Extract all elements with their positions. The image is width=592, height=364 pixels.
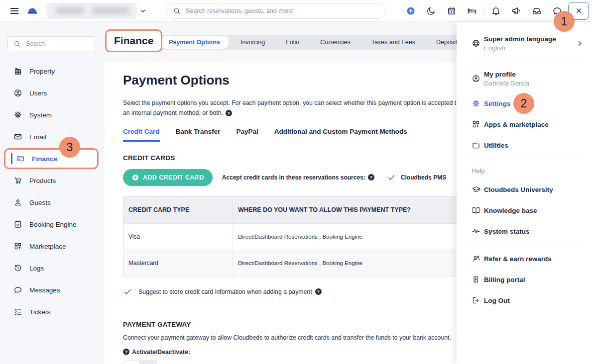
chevron-down-icon[interactable]	[139, 7, 146, 14]
tab-additional-methods[interactable]: Additional and Custom Payment Methods	[274, 128, 407, 142]
menu-item-utilities[interactable]: Utilities	[457, 135, 592, 156]
menu-item-my-profile[interactable]: My profile Gabriela Garcia	[457, 64, 592, 93]
gear-icon	[472, 99, 484, 108]
calendar-icon[interactable]	[441, 2, 462, 20]
receipt-icon	[472, 275, 484, 284]
credit-card-icon	[16, 154, 25, 163]
menu-item-refer-earn[interactable]: Refer & earn rewards	[457, 248, 592, 269]
sidebar-item-label: Guests	[29, 199, 51, 206]
sidebar-item-label: Email	[29, 133, 46, 141]
blurred-text	[55, 7, 84, 14]
help-icon[interactable]: ?	[368, 174, 374, 181]
menu-item-cloudbeds-university[interactable]: Cloudbeds University	[457, 179, 592, 200]
sidebar-item-products[interactable]: Products	[0, 170, 105, 191]
sidebar-item-system[interactable]: System	[0, 104, 105, 126]
column-header: CREDIT CARD TYPE	[123, 196, 233, 223]
help-icon[interactable]: ?	[123, 349, 129, 355]
menu-item-settings[interactable]: Settings	[457, 93, 592, 114]
search-icon	[173, 7, 181, 15]
sidebar-nav: Property Users System Email Finance Prod…	[0, 60, 105, 323]
check-icon	[387, 174, 396, 182]
top-bar	[0, 0, 592, 22]
menu-item-billing-portal[interactable]: Billing portal	[457, 269, 592, 290]
page-title: Finance	[105, 29, 162, 52]
sidebar-item-label: Tickets	[29, 308, 50, 316]
sidebar-item-guests[interactable]: Guests	[0, 191, 105, 213]
sidebar-item-finance[interactable]: Finance	[4, 149, 101, 169]
sidebar-item-label: Users	[29, 90, 47, 97]
sidebar-item-label: Marketplace	[29, 243, 66, 250]
toggle-on-segment[interactable]	[123, 360, 140, 364]
sidebar-item-property[interactable]: Property	[0, 60, 105, 82]
announcements-megaphone-icon[interactable]	[506, 2, 526, 20]
blurred-text	[92, 7, 130, 14]
menu-item-system-status[interactable]: System status	[457, 221, 592, 242]
sidebar-item-label: Finance	[32, 155, 57, 163]
sidebar-item-messages[interactable]: Messages	[0, 279, 105, 301]
globe-icon	[472, 39, 484, 48]
add-credit-card-button[interactable]: ADD CREDIT CARD	[123, 169, 213, 186]
menu-item-title: Refer & earn rewards	[484, 255, 552, 263]
menu-divider	[467, 159, 582, 159]
sidebar-item-tickets[interactable]: Tickets	[0, 301, 105, 323]
sidebar-search-input[interactable]	[25, 40, 89, 48]
sidebar-item-label: Booking Engine	[29, 221, 77, 228]
people-icon	[472, 254, 484, 263]
sidebar-item-marketplace[interactable]: Marketplace	[0, 235, 105, 257]
chat-support-icon[interactable]	[547, 2, 567, 20]
accept-sources-label: Accept credit cards in these reservation…	[222, 174, 374, 181]
menu-item-log-out[interactable]: Log Out	[457, 290, 592, 311]
hamburger-menu-icon[interactable]	[9, 5, 20, 16]
sidebar-item-email[interactable]: Email	[0, 126, 105, 148]
source-cloudbeds-pms[interactable]: Cloudbeds PMS	[387, 174, 446, 182]
settings-sidebar: Property Users System Email Finance Prod…	[0, 22, 105, 364]
tab-bank-transfer[interactable]: Bank Transfer	[176, 128, 221, 142]
tab-paypal[interactable]: PayPal	[237, 128, 258, 142]
menu-item-title: Super admin language	[484, 35, 556, 43]
tab-payment-options[interactable]: Payment Options	[160, 36, 229, 49]
menu-item-subtitle: Gabriela Garcia	[484, 80, 529, 87]
sidebar-item-users[interactable]: Users	[0, 82, 105, 104]
toggle-off-segment[interactable]	[140, 360, 157, 364]
room-bed-icon[interactable]	[462, 2, 482, 20]
tab-credit-card[interactable]: Credit Card	[123, 128, 160, 142]
menu-section-help: Help	[457, 162, 592, 179]
help-icon[interactable]: ?	[226, 110, 232, 116]
night-audit-moon-icon[interactable]	[421, 2, 441, 20]
user-circle-icon	[13, 89, 22, 97]
gear-icon	[13, 110, 22, 119]
menu-divider	[467, 61, 582, 61]
list-check-icon	[13, 307, 22, 316]
tab-folio[interactable]: Folio	[275, 35, 310, 50]
grid-plus-icon	[13, 242, 22, 251]
chat-bubble-icon	[13, 285, 22, 294]
cloudbeds-logo-icon[interactable]	[26, 5, 39, 17]
sidebar-item-label: Messages	[29, 286, 60, 294]
inbox-tray-icon[interactable]	[526, 2, 547, 20]
user-menu-panel: Super admin language English My profile …	[457, 22, 592, 364]
grid-plus-icon	[472, 120, 484, 129]
menu-item-title: System status	[484, 228, 530, 235]
menu-item-title: Log Out	[484, 297, 510, 304]
menu-item-apps-marketplace[interactable]: Apps & marketplace	[457, 114, 592, 135]
sidebar-item-logs[interactable]: Logs	[0, 257, 105, 279]
finance-tab-bar: Payment Options Invoicing Folio Currenci…	[157, 35, 473, 50]
tab-invoicing[interactable]: Invoicing	[230, 35, 275, 50]
notifications-bell-icon[interactable]	[485, 2, 506, 20]
menu-item-knowledge-base[interactable]: Knowledge base	[457, 200, 592, 221]
sidebar-search	[7, 36, 95, 51]
sidebar-item-booking-engine[interactable]: Booking Engine	[0, 213, 105, 235]
tab-taxes-and-fees[interactable]: Taxes and Fees	[361, 35, 426, 50]
quick-add-icon[interactable]	[400, 2, 421, 20]
property-selector[interactable]	[46, 3, 137, 19]
gateway-toggle[interactable]	[123, 360, 157, 364]
help-icon[interactable]: ?	[315, 288, 322, 295]
menu-item-title: Settings	[484, 100, 510, 107]
close-menu-button[interactable]	[568, 2, 589, 20]
menu-divider	[467, 245, 582, 245]
menu-item-language[interactable]: Super admin language English	[457, 29, 592, 58]
topbar-divider	[483, 5, 484, 16]
tab-currencies[interactable]: Currencies	[310, 35, 360, 50]
search-input[interactable]	[185, 7, 379, 15]
sidebar-item-label: System	[29, 111, 52, 119]
